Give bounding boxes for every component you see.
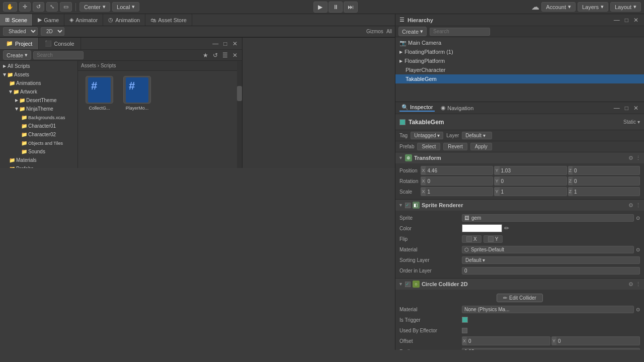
- radius-input[interactable]: [462, 348, 640, 350]
- asset-collectg[interactable]: CollectG...: [83, 76, 116, 111]
- hier-floating-platform1[interactable]: ▶ FloatingPlatform (1): [395, 47, 644, 56]
- center-dropdown[interactable]: Center ▾: [79, 2, 110, 12]
- flip-x-checkbox[interactable]: X: [462, 235, 481, 243]
- tag-value[interactable]: Untagged ▾: [411, 132, 443, 139]
- tab-console[interactable]: ⬛ Console: [39, 38, 80, 49]
- tree-objects-tiles[interactable]: 📁 Objects and Tiles: [0, 139, 77, 147]
- transform-header[interactable]: ▼ ⊕ Transform ⚙ ⋮: [395, 152, 644, 163]
- account-dropdown[interactable]: Account ▾: [541, 2, 576, 12]
- sprite-enabled-checkbox[interactable]: ✓: [405, 203, 411, 208]
- asset-playermovement[interactable]: PlayerMo...: [121, 76, 153, 111]
- tree-backgrounds[interactable]: 📁 Backgrounds.xcas: [0, 113, 77, 122]
- hierarchy-maximize-btn[interactable]: □: [623, 16, 630, 24]
- tree-ninja-theme[interactable]: ▶ 📁 NinjaTheme: [0, 105, 77, 113]
- settings-btn[interactable]: ✕: [231, 51, 239, 59]
- rotate-tool[interactable]: ↺: [33, 2, 44, 12]
- sprite-renderer-header[interactable]: ▼ ✓ ◧ Sprite Renderer ⚙ ⋮: [395, 200, 644, 211]
- tree-prefabs[interactable]: 📁 Prefabs: [0, 164, 77, 168]
- shaded-dropdown[interactable]: Shaded: [3, 27, 38, 36]
- is-trigger-checkbox[interactable]: ✓: [462, 317, 468, 323]
- scale-tool[interactable]: ⤡: [46, 2, 58, 12]
- project-scrollbar[interactable]: [237, 61, 242, 168]
- local-dropdown[interactable]: Local ▾: [112, 2, 139, 12]
- mode2d-dropdown[interactable]: 2D: [41, 27, 64, 36]
- offset-x-input[interactable]: [467, 336, 550, 345]
- apply-button[interactable]: Apply: [470, 143, 492, 150]
- scale-z-input[interactable]: [573, 187, 640, 196]
- tree-assets[interactable]: ▶ 📁 Assets: [0, 70, 77, 79]
- material-pick-btn[interactable]: ⊙: [636, 247, 640, 252]
- tab-project[interactable]: 📁 Project: [0, 38, 39, 49]
- project-minimize-btn[interactable]: —: [211, 40, 220, 48]
- tab-inspector[interactable]: 🔍 Inspector: [399, 104, 435, 112]
- history-btn[interactable]: ↺: [211, 51, 219, 59]
- favorites-btn[interactable]: ★: [201, 51, 210, 59]
- project-maximize-btn[interactable]: □: [222, 40, 228, 48]
- used-by-effector-checkbox[interactable]: [462, 328, 467, 333]
- rotation-x-input[interactable]: [426, 176, 493, 186]
- project-search[interactable]: [33, 51, 84, 59]
- create-button[interactable]: Create ▾: [3, 50, 31, 60]
- sprite-settings-icon[interactable]: ⚙: [628, 202, 633, 209]
- revert-button[interactable]: Revert: [443, 143, 467, 150]
- position-x-input[interactable]: [426, 166, 493, 175]
- tab-navigation[interactable]: ◉ Navigation: [439, 104, 475, 112]
- tab-asset-store[interactable]: 🛍 Asset Store: [145, 14, 192, 26]
- tree-character01[interactable]: 📁 Character01: [0, 122, 77, 130]
- tab-animator[interactable]: ◈ Animator: [64, 14, 103, 26]
- transform-settings-icon[interactable]: ⚙: [628, 155, 633, 161]
- collider-enabled-checkbox[interactable]: ✓: [405, 282, 411, 287]
- order-in-layer-input[interactable]: [462, 267, 640, 275]
- hier-floating-platform[interactable]: ▶ FloatingPlatform: [395, 56, 644, 65]
- view-btn[interactable]: ☰: [221, 51, 229, 59]
- position-z-input[interactable]: [573, 166, 640, 175]
- sprite-ref[interactable]: 🖼 gem: [462, 214, 634, 222]
- tree-materials[interactable]: 📁 Materials: [0, 156, 77, 164]
- hierarchy-search[interactable]: [430, 28, 490, 36]
- flip-y-checkbox[interactable]: Y: [484, 235, 503, 243]
- inspector-close-btn[interactable]: ✕: [632, 104, 640, 112]
- position-y-input[interactable]: [500, 166, 567, 175]
- tab-scene[interactable]: ⊞ Scene: [0, 14, 33, 26]
- collider-settings-icon[interactable]: ⚙: [628, 281, 633, 288]
- hier-player-character[interactable]: PlayerCharacter: [395, 65, 644, 74]
- tab-game[interactable]: ▶ Game: [33, 14, 64, 26]
- material-ref[interactable]: ⬡ Sprites-Default: [462, 246, 634, 253]
- collider-material-pick-btn[interactable]: ⊙: [636, 307, 640, 312]
- project-close-btn[interactable]: ✕: [231, 40, 239, 48]
- rotation-z-input[interactable]: [573, 176, 640, 186]
- object-active-checkbox[interactable]: ✓: [399, 119, 406, 125]
- pause-button[interactable]: ⏸: [329, 2, 343, 13]
- hierarchy-create-btn[interactable]: Create ▾: [398, 27, 427, 36]
- tree-desert-theme[interactable]: ▶ 📁 DesertTheme: [0, 96, 77, 105]
- scale-y-input[interactable]: [500, 187, 567, 196]
- circle-collider-header[interactable]: ▼ ✓ ○ Circle Collider 2D ⚙ ⋮: [395, 279, 644, 290]
- hierarchy-minimize-btn[interactable]: —: [612, 16, 621, 24]
- tab-animation[interactable]: ◷ Animation: [103, 14, 145, 26]
- inspector-minimize-btn[interactable]: —: [612, 104, 621, 112]
- tree-sounds[interactable]: 📁 Sounds: [0, 147, 77, 156]
- sprite-menu-icon[interactable]: ⋮: [635, 202, 641, 209]
- layout-dropdown[interactable]: Layout ▾: [610, 2, 641, 12]
- offset-y-input[interactable]: [556, 336, 640, 345]
- edit-collider-button[interactable]: ✏ Edit Collider: [497, 294, 543, 302]
- color-eyedropper-icon[interactable]: ✏: [504, 225, 509, 232]
- sorting-layer-value[interactable]: Default ▾: [462, 256, 640, 264]
- rect-tool[interactable]: ▭: [60, 2, 72, 12]
- layers-dropdown[interactable]: Layers ▾: [578, 2, 608, 12]
- inspector-maximize-btn[interactable]: □: [623, 104, 630, 112]
- play-button[interactable]: ▶: [313, 2, 328, 13]
- hier-takable-gem[interactable]: TakableGem: [395, 74, 644, 83]
- transform-menu-icon[interactable]: ⋮: [635, 155, 641, 161]
- sprite-pick-btn[interactable]: ⊙: [636, 215, 640, 221]
- tree-character02[interactable]: 📁 Character02: [0, 130, 77, 139]
- hier-main-camera[interactable]: 📷 Main Camera: [395, 38, 644, 47]
- step-button[interactable]: ⏭: [344, 2, 358, 13]
- layer-value[interactable]: Default ▾: [462, 132, 492, 139]
- tree-artwork[interactable]: ▶ 📁 Artwork: [0, 87, 77, 96]
- tree-animations[interactable]: 📁 Animations: [0, 79, 77, 87]
- move-tool[interactable]: ✛: [19, 2, 31, 12]
- select-button[interactable]: Select: [417, 143, 440, 150]
- scale-x-input[interactable]: [426, 187, 493, 196]
- hand-tool[interactable]: ✋: [3, 2, 17, 12]
